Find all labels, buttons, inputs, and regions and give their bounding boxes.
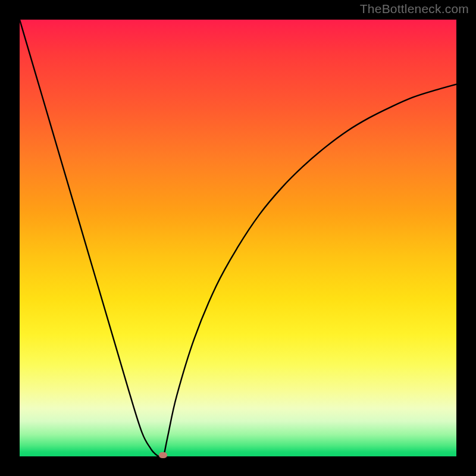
- watermark-text: TheBottleneck.com: [360, 2, 469, 16]
- optimal-point-marker: [159, 452, 167, 458]
- bottleneck-curve: [20, 20, 456, 456]
- chart-frame: TheBottleneck.com: [0, 0, 476, 476]
